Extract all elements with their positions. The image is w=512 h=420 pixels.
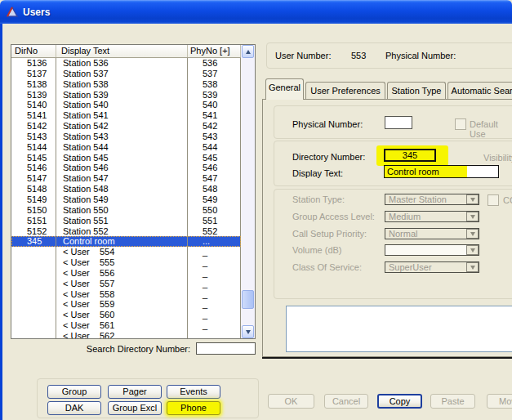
panel-bottom-divider	[262, 357, 512, 359]
list-row[interactable]: 5147 Station 547 547	[11, 173, 241, 184]
list-row[interactable]: 5150 Station 550 550	[11, 205, 241, 216]
cell-display-text: Station 548	[56, 184, 188, 194]
cell-display-text: Station 536	[56, 58, 188, 69]
list-row[interactable]: 5146 Station 546 546	[11, 163, 241, 173]
cell-display-text: < User 561	[56, 320, 188, 331]
list-row[interactable]: < User 559 _	[11, 299, 241, 310]
list-row[interactable]: < User 558 _	[11, 289, 241, 300]
list-row[interactable]: 5145 Station 545 545	[11, 153, 241, 163]
list-row[interactable]: < User 556 _	[11, 268, 241, 279]
paste-button[interactable]: Paste	[430, 394, 475, 409]
dropdown-arrow-icon[interactable]	[466, 212, 479, 221]
cell-display-text: < User 556	[56, 268, 188, 279]
list-row[interactable]: 5141 Station 541 541	[11, 110, 241, 121]
list-row[interactable]: < User 554 _	[11, 247, 241, 257]
copy-button[interactable]: Copy	[377, 394, 422, 409]
list-row[interactable]: 5143 Station 543 543	[11, 132, 241, 142]
column-header-phyno[interactable]: PhyNo [+]	[188, 45, 241, 57]
window-frame-left	[0, 24, 2, 420]
move-button[interactable]: Move	[487, 394, 512, 409]
cell-phyno: _	[188, 247, 241, 257]
physical-number-input[interactable]	[385, 116, 412, 129]
default-user-checkbox[interactable]	[455, 118, 466, 130]
list-row[interactable]: 345 Control room ...	[11, 236, 241, 247]
dropdown-arrow-icon[interactable]	[466, 194, 479, 204]
vertical-scrollbar[interactable]	[241, 45, 255, 338]
class-of-service-combo[interactable]: SuperUser	[385, 261, 479, 273]
list-row[interactable]: 5151 Station 551 551	[11, 216, 241, 226]
group-button[interactable]: Group	[47, 385, 101, 399]
cell-display-text: < User 562	[56, 331, 188, 338]
cell-dirno: 5150	[11, 205, 56, 216]
list-row[interactable]: < User 555 _	[11, 257, 241, 268]
cell-dirno: 5143	[11, 132, 56, 142]
group-access-level-value: Medium	[389, 212, 421, 221]
directory-number-input[interactable]: 345	[384, 149, 436, 162]
cell-display-text: Station 537	[56, 69, 188, 79]
search-directory-label: Search Directory Number:	[49, 344, 190, 354]
cell-display-text: Station 550	[56, 205, 188, 216]
dropdown-arrow-icon[interactable]	[466, 262, 479, 272]
search-directory-input[interactable]	[196, 342, 256, 355]
tab-general[interactable]: General	[265, 78, 304, 100]
cell-dirno: 5137	[11, 69, 56, 79]
cell-phyno: _	[188, 289, 241, 300]
scrollbar-thumb[interactable]	[242, 290, 254, 309]
cell-display-text: Station 543	[56, 132, 188, 142]
tab-station-type[interactable]: Station Type	[387, 82, 446, 100]
cell-dirno: 5151	[11, 216, 56, 226]
scroll-up-icon[interactable]	[242, 45, 254, 58]
station-type-combo[interactable]: Master Station	[385, 194, 479, 205]
cell-phyno: 538	[188, 79, 241, 90]
list-row[interactable]: 5152 Station 552 552	[11, 226, 241, 237]
cell-dirno	[11, 247, 56, 257]
list-row[interactable]: < User 557 _	[11, 279, 241, 289]
call-setup-priority-value: Normal	[389, 229, 417, 239]
phone-button[interactable]: Phone	[167, 401, 220, 415]
cell-dirno: 5138	[11, 79, 56, 90]
cell-display-text: Station 541	[56, 110, 188, 121]
dak-button[interactable]: DAK	[47, 401, 101, 415]
list-row[interactable]: 5144 Station 544 544	[11, 142, 241, 153]
ok-button[interactable]: OK	[268, 394, 314, 409]
display-text-input[interactable]: Control room	[384, 165, 499, 178]
list-row[interactable]: < User 562 _	[11, 331, 241, 338]
volume-combo[interactable]	[385, 244, 479, 256]
cell-phyno: 537	[188, 69, 241, 79]
scroll-down-icon[interactable]	[242, 325, 254, 338]
cell-dirno: 5142	[11, 121, 56, 132]
dropdown-arrow-icon[interactable]	[466, 229, 479, 239]
cancel-button[interactable]: Cancel	[324, 394, 368, 409]
list-row[interactable]: 5136 Station 536 536	[11, 58, 241, 69]
list-row[interactable]: 5138 Station 538 538	[11, 79, 241, 90]
pager-button[interactable]: Pager	[108, 385, 162, 399]
users-window: Users DirNo Display Text PhyNo [+] 5136 …	[0, 0, 512, 420]
cc-checkbox[interactable]	[488, 194, 499, 206]
users-list[interactable]: DirNo Display Text PhyNo [+] 5136 Statio…	[11, 44, 256, 339]
group-access-level-combo[interactable]: Medium	[385, 211, 479, 222]
dropdown-arrow-icon[interactable]	[466, 245, 479, 255]
cell-phyno: _	[188, 310, 241, 320]
column-header-display-text[interactable]: Display Text	[56, 45, 188, 57]
title-bar[interactable]: Users	[0, 0, 512, 24]
list-row[interactable]: 5137 Station 537 537	[11, 69, 241, 79]
group-access-level-label: Group Access Level:	[292, 212, 375, 221]
cell-phyno: 541	[188, 110, 241, 121]
tab-user-preferences[interactable]: User Preferences	[305, 82, 385, 100]
list-row[interactable]: < User 560 _	[11, 310, 241, 320]
notes-textarea[interactable]	[286, 306, 512, 352]
list-row[interactable]: 5140 Station 540 540	[11, 100, 241, 110]
call-setup-priority-combo[interactable]: Normal	[385, 228, 479, 239]
list-row[interactable]: < User 561 _	[11, 320, 241, 331]
group-excl-button[interactable]: Group Excl	[108, 401, 162, 415]
cell-dirno	[11, 268, 56, 279]
cell-dirno: 5136	[11, 58, 56, 69]
events-button[interactable]: Events	[167, 385, 220, 399]
list-row[interactable]: 5142 Station 542 542	[11, 121, 241, 132]
column-header-dirno[interactable]: DirNo	[11, 45, 56, 57]
tab-automatic-search[interactable]: Automatic Search	[447, 82, 512, 100]
list-row[interactable]: 5149 Station 549 549	[11, 194, 241, 205]
cell-phyno: ...	[188, 236, 241, 247]
list-row[interactable]: 5148 Station 548 548	[11, 184, 241, 194]
list-row[interactable]: 5139 Station 539 539	[11, 90, 241, 101]
